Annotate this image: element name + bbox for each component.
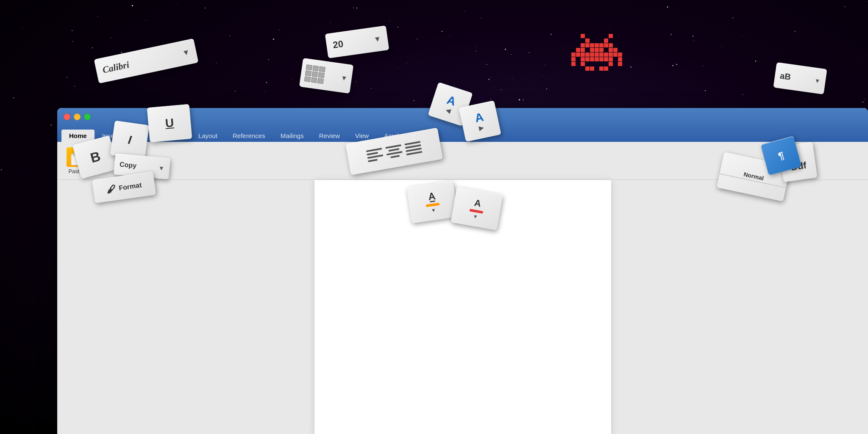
star [273, 39, 274, 40]
star [399, 68, 399, 69]
invader-pixel [618, 43, 622, 47]
invader-pixel [571, 53, 576, 57]
star [505, 49, 506, 50]
font-name-text: Calibri [102, 59, 131, 76]
star [230, 35, 231, 36]
floating-font-color-a2: A ▶ [459, 100, 501, 142]
invader-pixel [595, 48, 599, 52]
invader-pixel [576, 53, 580, 57]
invader-pixel [609, 43, 613, 47]
invader-pixel [604, 53, 608, 57]
invader-pixel [604, 48, 608, 52]
star [265, 91, 265, 91]
star [275, 79, 275, 80]
invader-pixel [571, 57, 576, 61]
invader-pixel [581, 39, 585, 43]
invader-pixel [581, 48, 585, 52]
paragraph-icon: ¶ [777, 149, 785, 162]
copy-dropdown-arrow: ▼ [158, 164, 164, 171]
invader-pixel [595, 39, 599, 43]
invader-pixel [618, 48, 622, 52]
tab-home[interactable]: Home [61, 130, 95, 142]
star [406, 63, 407, 63]
star [266, 82, 267, 83]
star [867, 1, 868, 2]
star [676, 64, 677, 65]
highlight-icon: A̲ [428, 191, 435, 203]
close-button[interactable] [64, 113, 70, 120]
invader-pixel [571, 43, 576, 47]
tab-view-label: View [355, 132, 369, 139]
star [705, 90, 706, 91]
floating-underline-button: U [147, 104, 192, 142]
align-left-icon [366, 147, 384, 162]
format-painter-icon: 🖌 [106, 183, 116, 195]
invader-pixel [613, 57, 618, 61]
invader-pixel [585, 48, 590, 52]
copy-label: Copy [119, 160, 136, 169]
maximize-button[interactable] [84, 113, 91, 120]
star [330, 22, 331, 23]
star [22, 28, 22, 29]
invader-pixel [604, 43, 608, 47]
invader-pixel [613, 34, 618, 38]
star [545, 64, 545, 65]
invader-pixel [609, 53, 613, 57]
star [373, 55, 373, 55]
invader-pixel [576, 57, 580, 61]
highlight-color-bar [426, 202, 440, 207]
tab-review[interactable]: Review [312, 130, 348, 142]
invader-pixel [604, 39, 608, 43]
invader-pixel [590, 62, 594, 66]
invader-pixel [599, 57, 604, 61]
invader-pixel [595, 62, 599, 66]
invader-pixel [590, 34, 594, 38]
ab-text: aB [779, 71, 792, 82]
invader-pixel [604, 57, 608, 61]
invader-pixel [585, 57, 590, 61]
star [523, 100, 523, 100]
tab-layout[interactable]: Layout [191, 130, 225, 142]
invader-pixel [576, 34, 580, 38]
star [864, 99, 865, 99]
invader-pixel [590, 66, 594, 71]
underline-text: U [165, 116, 175, 130]
invader-pixel [613, 66, 618, 71]
ab-arrow: ▼ [814, 77, 821, 85]
tab-references[interactable]: References [225, 130, 273, 142]
space-invader-decoration [571, 34, 622, 64]
fontcolor-icon: A [473, 197, 482, 209]
star [743, 94, 743, 95]
star [693, 36, 693, 36]
minimize-button[interactable] [74, 113, 81, 120]
star [794, 31, 796, 32]
star [702, 66, 703, 66]
star [205, 8, 206, 8]
fontcolor-inner: A ▼ [468, 196, 486, 221]
star [292, 79, 292, 79]
star [732, 17, 733, 18]
star [13, 97, 14, 99]
invader-pixel [609, 34, 613, 38]
star [465, 11, 465, 12]
invader-pixel [590, 57, 594, 61]
fontcolor-arrow: ▼ [473, 213, 479, 220]
star [667, 6, 668, 8]
highlight-inner: A̲ ▼ [424, 191, 441, 214]
invader-pixel [618, 53, 622, 57]
star [92, 47, 93, 48]
star [442, 31, 442, 31]
star [72, 30, 72, 30]
star [672, 65, 673, 66]
invader-pixel [599, 43, 604, 47]
invader-pixel [576, 48, 580, 52]
font-size-text: 20 [332, 39, 344, 51]
tab-mailings[interactable]: Mailings [273, 130, 312, 142]
star [481, 18, 481, 18]
italic-text: I [127, 133, 132, 147]
invader-pixel [599, 34, 604, 38]
invader-pixel [609, 66, 613, 71]
invader-pixel [609, 48, 613, 52]
invader-pixel [590, 39, 594, 43]
invader-pixel [595, 57, 599, 61]
